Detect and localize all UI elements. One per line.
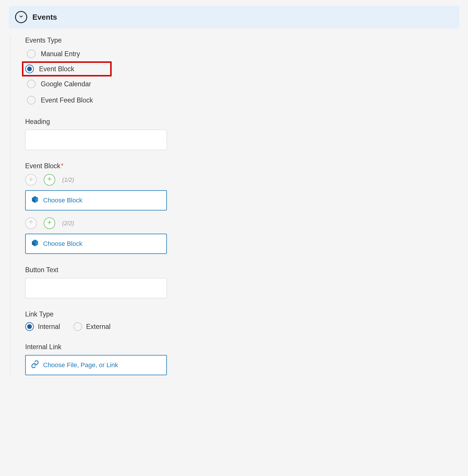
chevron-down-icon xyxy=(19,13,24,21)
move-up-button[interactable] xyxy=(25,217,37,229)
choose-link-label: Choose File, Page, or Link xyxy=(43,361,118,369)
collapse-toggle[interactable] xyxy=(15,11,27,23)
radio-option-external[interactable]: External xyxy=(73,322,110,331)
panel-title: Events xyxy=(32,13,57,22)
radio-icon xyxy=(27,80,36,88)
event-block-section: Event Block* (1/2) xyxy=(25,162,459,254)
events-type-section: Events Type Manual Entry Event Block Goo… xyxy=(25,36,459,106)
radio-label: Event Block xyxy=(39,65,74,73)
radio-label: Manual Entry xyxy=(41,50,80,58)
radio-option-internal[interactable]: Internal xyxy=(25,322,60,331)
add-block-button[interactable] xyxy=(44,217,55,229)
link-type-section: Link Type Internal External xyxy=(25,310,459,331)
radio-label: External xyxy=(86,323,110,331)
required-star: * xyxy=(61,162,63,170)
arrow-up-icon xyxy=(28,219,34,227)
radio-icon xyxy=(25,322,34,331)
radio-option-google-calendar[interactable]: Google Calendar xyxy=(25,78,459,89)
event-block-label-text: Event Block xyxy=(25,162,60,170)
event-block-label: Event Block* xyxy=(25,162,459,170)
block-counter: (2/2) xyxy=(62,220,74,227)
internal-link-section: Internal Link Choose File, Page, or Link xyxy=(25,343,459,375)
radio-option-event-block[interactable]: Event Block xyxy=(22,61,112,76)
choose-block-label: Choose Block xyxy=(43,197,82,204)
radio-option-manual-entry[interactable]: Manual Entry xyxy=(25,48,459,59)
plus-icon xyxy=(47,219,52,227)
events-type-label: Events Type xyxy=(25,36,459,44)
choose-block-button[interactable]: Choose Block xyxy=(25,234,167,254)
heading-label: Heading xyxy=(25,118,459,126)
radio-icon xyxy=(27,96,36,105)
internal-link-label: Internal Link xyxy=(25,343,459,351)
button-text-section: Button Text xyxy=(25,266,459,298)
block-counter: (1/2) xyxy=(62,177,74,183)
radio-icon xyxy=(25,65,34,73)
heading-section: Heading xyxy=(25,118,459,150)
move-down-button[interactable] xyxy=(25,174,37,186)
plus-icon xyxy=(47,176,52,184)
radio-label: Internal xyxy=(38,323,60,331)
radio-icon xyxy=(27,50,36,58)
heading-input[interactable] xyxy=(25,130,167,150)
radio-option-event-feed-block[interactable]: Event Feed Block xyxy=(25,95,459,106)
choose-internal-link-button[interactable]: Choose File, Page, or Link xyxy=(25,355,167,375)
button-text-input[interactable] xyxy=(25,278,167,298)
link-type-label: Link Type xyxy=(25,310,459,318)
add-block-button[interactable] xyxy=(44,174,55,186)
radio-label: Event Feed Block xyxy=(41,96,93,104)
choose-block-button[interactable]: Choose Block xyxy=(25,190,167,210)
cube-icon xyxy=(31,195,39,205)
radio-label: Google Calendar xyxy=(41,80,91,88)
block-item-controls: (2/2) xyxy=(25,217,459,229)
arrow-down-icon xyxy=(28,176,34,184)
button-text-label: Button Text xyxy=(25,266,459,274)
cube-icon xyxy=(31,239,39,249)
block-item-controls: (1/2) xyxy=(25,174,459,186)
radio-icon xyxy=(73,322,82,331)
choose-block-label: Choose Block xyxy=(43,240,82,248)
events-panel-header: Events xyxy=(9,6,459,28)
link-icon xyxy=(31,360,39,370)
